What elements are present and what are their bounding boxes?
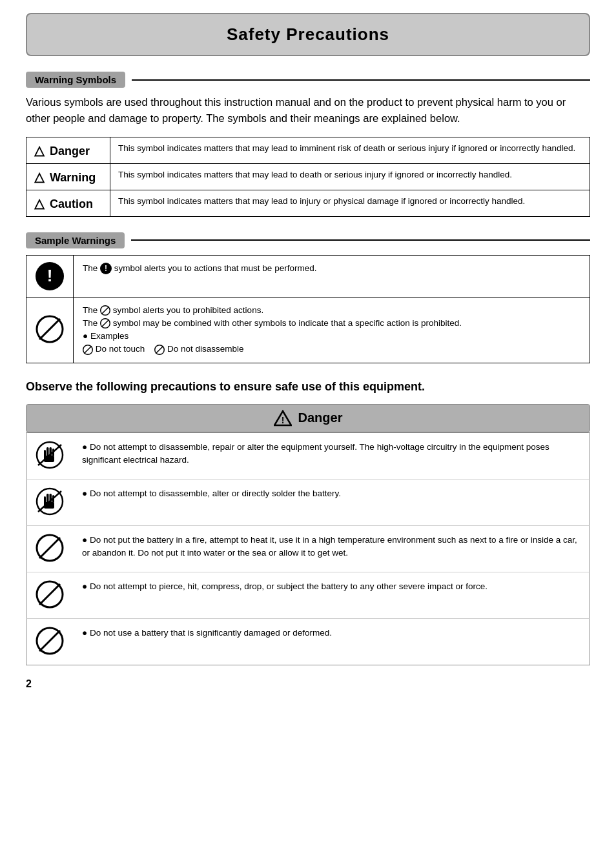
sample-warnings-table: ! The ! symbol alerts you to actions tha… [26,255,590,363]
warning-symbols-label: Warning Symbols [26,72,125,88]
page-title: Safety Precautions [40,25,576,45]
danger-label: △ Danger [26,137,110,163]
no-symbol-icon-cell [26,618,74,665]
table-row: △ Caution This symbol indicates matters … [26,190,590,216]
warning-desc: This symbol indicates matters that may l… [110,163,590,190]
svg-line-7 [84,346,92,354]
exclamation-icon: ! [36,262,64,290]
hand-no-icon [36,441,64,469]
caution-label: △ Caution [26,190,110,216]
inline-no-icon [83,345,93,355]
symbol-table: △ Danger This symbol indicates matters t… [26,137,590,217]
no-symbol-icon [36,580,64,609]
exclamation-desc: The ! symbol alerts you to actions that … [74,255,590,297]
caution-desc: This symbol indicates matters that may l… [110,190,590,216]
no-symbol-desc: The symbol alerts you to prohibited acti… [74,297,590,363]
danger-item-5-desc: ● Do not use a battery that is significa… [73,618,590,665]
danger-header-label: Danger [298,410,343,425]
svg-line-5 [101,319,109,327]
inline-no-icon [154,345,165,355]
hand-no-icon-cell [26,479,74,525]
inline-no-icon [100,305,110,316]
triangle-icon: △ [34,143,44,157]
table-row: ● Do not put the battery in a fire, atte… [26,525,590,572]
table-row: ! The ! symbol alerts you to actions tha… [26,255,590,297]
inline-exclamation-icon: ! [100,263,112,274]
no-symbol-icon-cell [26,297,74,363]
exclamation-icon-cell: ! [26,255,74,297]
page-number: 2 [26,678,590,690]
table-row: △ Warning This symbol indicates matters … [26,163,590,190]
header-divider [131,239,590,241]
sample-warnings-header: Sample Warnings [26,232,590,248]
danger-section-header: ! Danger [26,404,590,432]
svg-line-1 [39,319,60,339]
svg-line-29 [39,584,60,605]
page-title-box: Safety Precautions [26,13,590,56]
hand-no-icon [36,487,64,516]
danger-desc: This symbol indicates matters that may l… [110,137,590,163]
sample-warnings-label: Sample Warnings [26,232,125,248]
table-row: The symbol alerts you to prohibited acti… [26,297,590,363]
danger-item-3-desc: ● Do not put the battery in a fire, atte… [73,525,590,572]
table-row: ● Do not use a battery that is significa… [26,618,590,665]
svg-line-9 [156,346,163,354]
danger-item-2-desc: ● Do not attempt to disassemble, alter o… [73,479,590,525]
svg-line-3 [101,307,109,314]
danger-item-4-desc: ● Do not attempt to pierce, hit, compres… [73,572,590,618]
triangle-icon: △ [34,170,44,184]
svg-line-27 [39,538,60,558]
intro-paragraph: Various symbols are used throughout this… [26,94,590,126]
danger-triangle-icon: ! [274,410,292,427]
no-symbol-icon [36,534,64,562]
table-row: ● Do not attempt to pierce, hit, compres… [26,572,590,618]
header-divider [132,79,590,81]
danger-table: ● Do not attempt to disassemble, repair … [26,432,590,665]
no-symbol-icon-cell [26,525,74,572]
observe-text: Observe the following precautions to ens… [26,379,590,395]
table-row: △ Danger This symbol indicates matters t… [26,137,590,163]
warning-symbols-header: Warning Symbols [26,72,590,88]
inline-no-icon [100,318,110,328]
warning-label: △ Warning [26,163,110,190]
no-symbol-icon [36,315,64,343]
hand-no-icon-cell [26,432,74,479]
danger-item-1-desc: ● Do not attempt to disassemble, repair … [73,432,590,479]
table-row: ● Do not attempt to disassemble, repair … [26,432,590,479]
table-row: ● Do not attempt to disassemble, alter o… [26,479,590,525]
triangle-icon: △ [34,196,44,210]
svg-text:!: ! [281,415,284,425]
no-symbol-icon-cell [26,572,74,618]
svg-line-31 [39,631,60,651]
no-symbol-icon [36,627,64,655]
